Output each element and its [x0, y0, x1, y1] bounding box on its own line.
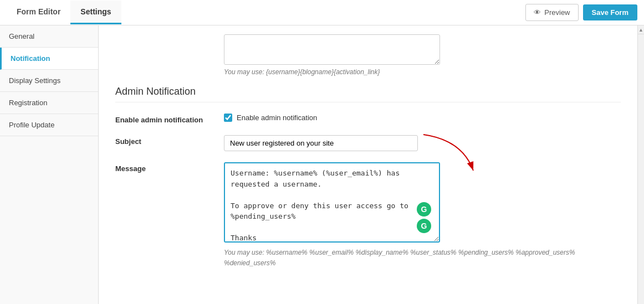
enable-notification-label: Enable admin notification	[115, 114, 224, 124]
enable-notification-checkbox[interactable]	[224, 114, 232, 122]
top-bar-actions: 👁 Preview Save Form	[525, 4, 637, 21]
admin-notification-title: Admin Notification	[115, 86, 621, 102]
scroll-up-arrow[interactable]: ▲	[638, 25, 645, 34]
subject-input[interactable]	[224, 135, 418, 151]
scrollbar[interactable]: ▲	[637, 25, 644, 304]
sidebar-item-profile-update[interactable]: Profile Update	[0, 114, 98, 136]
enable-notification-row: Enable admin notification Enable admin n…	[115, 114, 621, 124]
message-arrow-container: Username: %username% (%user_email%) has …	[224, 162, 440, 244]
message-hint: You may use: %username% %user_email% %di…	[224, 248, 621, 269]
enable-notification-field: Enable admin notification	[224, 114, 621, 122]
tab-form-editor[interactable]: Form Editor	[7, 1, 70, 24]
top-textarea[interactable]	[224, 34, 440, 65]
sidebar-item-display-settings[interactable]: Display Settings	[0, 70, 98, 92]
eye-icon: 👁	[534, 8, 541, 17]
sidebar: General Notification Display Settings Re…	[0, 25, 99, 304]
top-bar-tabs: Form Editor Settings	[7, 1, 121, 24]
main-content: You may use: {username}{blogname}{activa…	[99, 25, 637, 304]
sidebar-item-general[interactable]: General	[0, 25, 98, 48]
subject-label: Subject	[115, 135, 224, 146]
top-hint: You may use: {username}{blogname}{activa…	[224, 68, 621, 76]
sidebar-item-registration[interactable]: Registration	[0, 92, 98, 114]
save-form-button[interactable]: Save Form	[583, 4, 637, 20]
preview-button[interactable]: 👁 Preview	[525, 4, 578, 21]
subject-field	[224, 135, 621, 151]
enable-checkbox-row: Enable admin notification	[224, 114, 621, 122]
sidebar-item-notification[interactable]: Notification	[0, 48, 98, 70]
main-layout: General Notification Display Settings Re…	[0, 25, 644, 304]
message-row: Message Username: %username% (%user_emai…	[115, 162, 621, 269]
tab-settings[interactable]: Settings	[70, 1, 121, 24]
top-bar: Form Editor Settings 👁 Preview Save Form	[0, 0, 644, 25]
top-partial-row	[115, 34, 621, 65]
message-label: Message	[115, 162, 224, 173]
subject-row: Subject	[115, 135, 621, 151]
enable-checkbox-label: Enable admin notification	[237, 114, 317, 122]
message-textarea[interactable]: Username: %username% (%user_email%) has …	[224, 162, 440, 243]
message-field: Username: %username% (%user_email%) has …	[224, 162, 621, 269]
